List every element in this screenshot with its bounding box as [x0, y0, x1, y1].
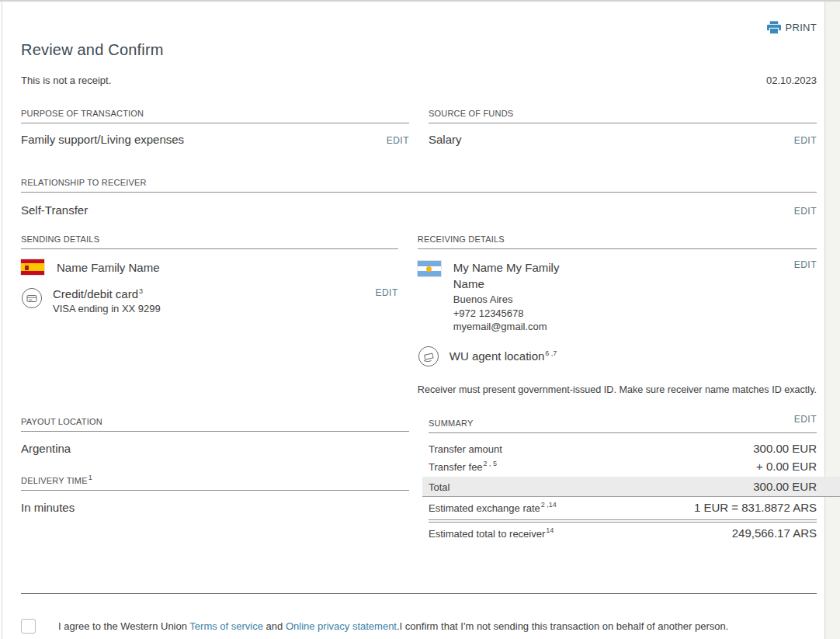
cash-pickup-icon [418, 346, 439, 367]
payout-location-label: PAYOUT LOCATION [21, 417, 409, 432]
edit-receiver-link[interactable]: EDIT [794, 259, 817, 270]
summary-row-total: Total 300.00 EUR [422, 477, 840, 497]
receiver-name: My Name My Family Name [453, 259, 593, 292]
transfer-date: 02.10.2023 [766, 75, 817, 86]
edit-source-of-funds-link[interactable]: EDIT [794, 135, 817, 146]
receiver-email: myemail@gmail.com [453, 321, 593, 333]
purpose-value: Family support/Living expenses [21, 133, 184, 146]
transfer-fee-value: + 0.00 EUR [756, 460, 817, 473]
agree-checkbox[interactable] [21, 619, 36, 634]
summary-row-transfer-amount: Transfer amount 300.00 EUR [429, 439, 817, 457]
payment-method: Credit/debit card [53, 287, 138, 300]
section-delivery-time: DELIVERY TIME1 In minutes [21, 476, 409, 514]
review-confirm-card: PRINT Review and Confirm This is not a r… [2, 2, 825, 639]
summary-row-exchange-rate: Estimated exchange rate2 ,14 1 EUR = 831… [429, 497, 817, 523]
credit-card-icon [21, 287, 43, 309]
total-to-receiver-value: 249,566.17 ARS [732, 526, 817, 540]
agent-location-label: WU agent location [450, 349, 545, 363]
section-purpose-of-transaction: PURPOSE OF TRANSACTION Family support/Li… [21, 109, 409, 146]
source-of-funds-value: Salary [429, 133, 462, 146]
print-label: PRINT [786, 22, 817, 33]
receiver-city: Buenos Aires [453, 293, 593, 306]
edit-relationship-link[interactable]: EDIT [794, 206, 817, 217]
spain-flag-icon [21, 259, 44, 275]
section-sending-details: SENDING DETAILS Name Family Name Credi [21, 234, 398, 395]
section-payout-location: PAYOUT LOCATION Argentina [21, 417, 409, 455]
transfer-amount-value: 300.00 EUR [753, 442, 817, 455]
receipt-note: This is not a receipt. [21, 75, 111, 86]
receiver-info: My Name My Family Name Buenos Aires +972… [453, 259, 593, 333]
sender-name: Name Family Name [57, 261, 160, 274]
summary-label: SUMMARY [429, 418, 473, 428]
source-of-funds-label: SOURCE OF FUNDS [429, 109, 817, 123]
agreement-row: I agree to the Western Union Terms of se… [21, 619, 817, 634]
print-button[interactable]: PRINT [767, 21, 817, 34]
receipt-row: This is not a receipt. 02.10.2023 [21, 75, 817, 86]
purpose-label: PURPOSE OF TRANSACTION [21, 109, 409, 123]
privacy-statement-link[interactable]: Online privacy statement [286, 620, 397, 632]
receiver-id-note: Receiver must present government-issued … [418, 384, 817, 395]
delivery-time-footnote: 1 [89, 474, 92, 481]
sending-details-label: SENDING DETAILS [21, 234, 398, 249]
scrollbar-track[interactable] [825, 2, 840, 639]
total-value: 300.00 EUR [753, 480, 817, 493]
section-receiving-details: RECEIVING DETAILS My Name My Family Name… [418, 234, 817, 395]
receiver-phone: +972 12345678 [453, 307, 593, 320]
payout-location-value: Argentina [21, 442, 409, 455]
edit-summary-link[interactable]: EDIT [794, 414, 817, 425]
page-title: Review and Confirm [21, 41, 817, 59]
delivery-time-label: DELIVERY TIME [21, 476, 88, 485]
summary-row-total-to-receiver: Estimated total to receiver14 249,566.17… [429, 523, 817, 542]
delivery-time-value: In minutes [21, 501, 409, 514]
section-relationship-to-receiver: RELATIONSHIP TO RECEIVER Self-Transfer E… [21, 178, 817, 217]
payment-detail: VISA ending in XX 9299 [53, 303, 161, 315]
edit-purpose-link[interactable]: EDIT [387, 135, 409, 146]
payment-method-block: Credit/debit card3 VISA ending in XX 929… [53, 287, 161, 315]
edit-payment-link[interactable]: EDIT [375, 287, 397, 298]
payment-method-footnote: 3 [139, 287, 143, 295]
section-summary: SUMMARY EDIT Transfer amount 300.00 EUR … [429, 417, 817, 542]
receiving-details-label: RECEIVING DETAILS [418, 234, 817, 249]
agreement-text: I agree to the Western Union Terms of se… [58, 620, 728, 632]
terms-of-service-link[interactable]: Terms of service [189, 620, 263, 632]
exchange-rate-value: 1 EUR = 831.8872 ARS [694, 501, 817, 514]
agent-location-footnote: 6 ,7 [545, 349, 557, 357]
summary-row-transfer-fee: Transfer fee2 , 5 + 0.00 EUR [429, 457, 817, 475]
section-source-of-funds: SOURCE OF FUNDS Salary EDIT [429, 109, 817, 146]
relationship-label: RELATIONSHIP TO RECEIVER [21, 178, 817, 193]
summary-table: Transfer amount 300.00 EUR Transfer fee2… [429, 439, 817, 542]
argentina-flag-icon [418, 261, 441, 276]
section-divider [21, 593, 817, 594]
print-row: PRINT [21, 2, 817, 34]
printer-icon [767, 21, 781, 34]
relationship-value: Self-Transfer [21, 203, 88, 217]
payout-delivery-column: PAYOUT LOCATION Argentina DELIVERY TIME1… [21, 417, 409, 542]
